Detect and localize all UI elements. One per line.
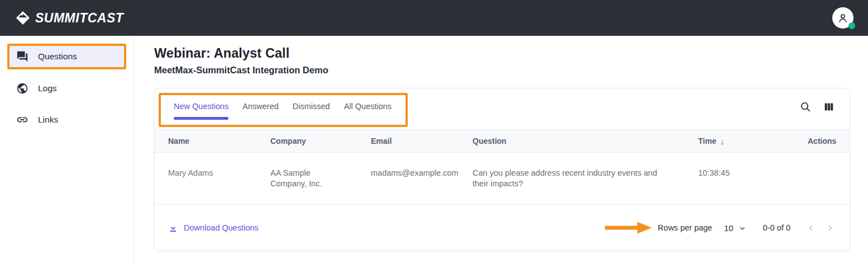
sidebar-item-questions[interactable]: Questions (7, 44, 126, 69)
cell-company: AA Sample Company, Inc. (270, 168, 333, 189)
column-header-actions: Actions (808, 137, 836, 145)
annotation-arrow (605, 221, 653, 234)
sidebar: Questions Logs Links (0, 36, 134, 263)
sidebar-item-label: Logs (38, 83, 57, 93)
download-questions-link[interactable]: Download Questions (168, 223, 259, 233)
rows-per-page-label: Rows per page (658, 223, 713, 232)
pagination-controls: Rows per page 10 0-0 of 0 (605, 221, 836, 234)
rows-per-page-value: 10 (724, 223, 733, 233)
sidebar-item-logs[interactable]: Logs (7, 76, 126, 101)
view-columns-icon[interactable] (823, 101, 835, 113)
cell-question: Can you please address recent industry e… (473, 168, 698, 189)
column-header-email[interactable]: Email (371, 137, 473, 145)
person-icon (837, 12, 849, 24)
page-subtitle: MeetMax-SummitCast Integration Demo (154, 65, 850, 76)
previous-page-button[interactable] (805, 222, 817, 234)
table-header-row: Name Company Email Question Time ↓ Actio… (155, 129, 850, 153)
main-content: Webinar: Analyst Call MeetMax-SummitCast… (134, 36, 868, 263)
download-icon (168, 223, 178, 233)
tab-dismissed[interactable]: Dismissed (293, 102, 330, 120)
next-page-button[interactable] (824, 222, 836, 234)
tab-answered[interactable]: Answered (242, 102, 278, 120)
column-header-question[interactable]: Question (473, 137, 698, 145)
brand-logo: SUMMITCAST (16, 11, 123, 26)
user-avatar[interactable] (832, 7, 853, 29)
questions-panel: New Questions Answered Dismissed All Que… (154, 88, 850, 251)
sort-desc-icon: ↓ (720, 137, 724, 146)
top-bar: SUMMITCAST (0, 0, 868, 36)
summitcast-diamond-icon (16, 11, 30, 25)
cell-name: Mary Adams (168, 168, 270, 179)
table-row[interactable]: Mary Adams AA Sample Company, Inc. madam… (155, 153, 850, 205)
brand-name: SUMMITCAST (35, 11, 123, 26)
link-icon (16, 114, 28, 126)
page-title: Webinar: Analyst Call (154, 46, 850, 61)
cell-time: 10:38:45 (698, 168, 808, 179)
tab-all-questions[interactable]: All Questions (344, 102, 392, 120)
forum-icon (16, 50, 28, 63)
column-header-time[interactable]: Time ↓ (698, 137, 808, 146)
chevron-down-icon (738, 224, 746, 232)
column-header-company[interactable]: Company (270, 137, 371, 145)
sidebar-item-label: Links (38, 115, 58, 125)
rows-per-page-select[interactable]: 10 (724, 223, 746, 233)
cell-email: madams@example.com (371, 168, 473, 179)
column-header-name[interactable]: Name (168, 137, 270, 145)
globe-icon (16, 82, 28, 95)
sidebar-item-label: Questions (38, 51, 77, 62)
tabs-bar: New Questions Answered Dismissed All Que… (155, 88, 850, 129)
download-questions-label: Download Questions (184, 223, 259, 232)
tab-new-questions[interactable]: New Questions (174, 102, 228, 120)
sidebar-item-links[interactable]: Links (7, 107, 126, 132)
search-icon[interactable] (799, 101, 812, 113)
table-footer: Download Questions Rows per page 10 (155, 205, 850, 251)
online-status-dot (848, 22, 855, 29)
pagination-range-label: 0-0 of 0 (763, 223, 790, 232)
